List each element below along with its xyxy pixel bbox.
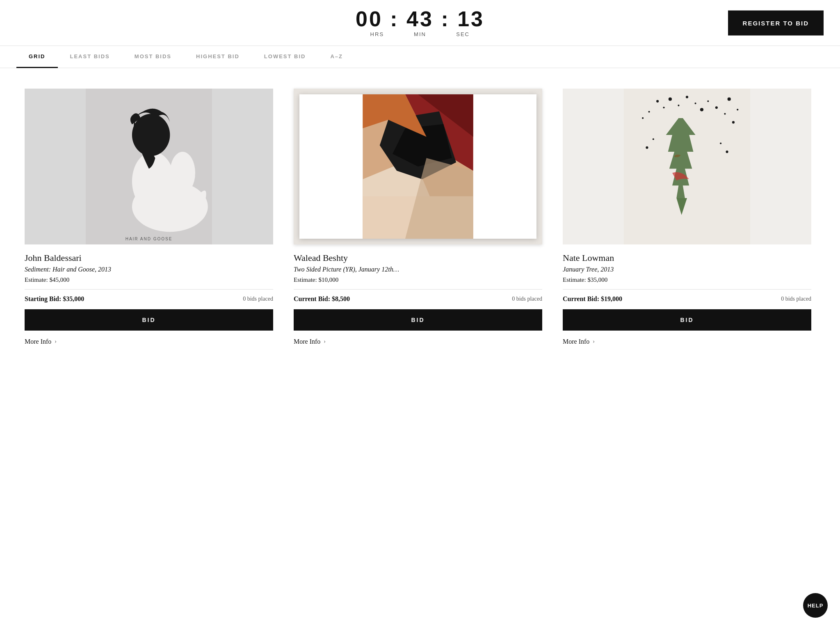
seconds-label: SEC <box>449 31 477 37</box>
tab-lowest-bid[interactable]: LOWEST BID <box>252 46 318 68</box>
bid-label-1: Current Bid: <box>294 295 330 302</box>
bid-row-0: Starting Bid: $35,000 0 bids placed <box>25 295 273 303</box>
bid-label-0: Starting Bid: <box>25 295 61 302</box>
more-info-1[interactable]: More Info › <box>294 338 542 345</box>
timer-minutes: 43 <box>406 7 434 31</box>
svg-point-15 <box>656 100 659 103</box>
page-header: 00 : 43 : 13 HRS MIN SEC REGISTER TO BID <box>0 0 840 46</box>
svg-point-21 <box>700 108 703 111</box>
artist-name-2: Nate Lowman <box>563 253 811 263</box>
svg-point-4 <box>132 114 170 156</box>
bids-placed-0: 0 bids placed <box>243 296 273 302</box>
tab-a-z[interactable]: A–Z <box>318 46 355 68</box>
bids-placed-2: 0 bids placed <box>781 296 811 302</box>
svg-point-17 <box>669 98 672 101</box>
svg-point-31 <box>646 146 648 149</box>
svg-point-33 <box>726 151 728 153</box>
svg-point-3 <box>170 152 195 194</box>
artwork-card-1: Walead Beshty Two Sided Picture (YR), Ja… <box>285 80 555 358</box>
artwork-image-0: HAIR AND GOOSE <box>25 89 273 244</box>
more-info-2[interactable]: More Info › <box>563 338 811 345</box>
register-to-bid-button[interactable]: REGISTER TO BID <box>728 10 824 35</box>
chevron-right-icon-0: › <box>55 338 57 345</box>
svg-point-29 <box>737 109 738 110</box>
tab-highest-bid[interactable]: HIGHEST BID <box>184 46 252 68</box>
svg-point-16 <box>663 107 664 108</box>
artwork-title-1: Two Sided Picture (YR), January 12th… <box>294 266 542 273</box>
timer-separator: : <box>390 7 406 31</box>
estimate-label-1: Estimate: <box>294 276 317 283</box>
artwork-grid: HAIR AND GOOSE John Baldessari Sediment:… <box>0 68 840 370</box>
tab-least-bids[interactable]: LEAST BIDS <box>58 46 122 68</box>
svg-point-19 <box>686 96 688 98</box>
estimate-2: Estimate: $35,000 <box>563 276 811 290</box>
artwork-label-0: HAIR AND GOOSE <box>25 237 273 241</box>
svg-point-23 <box>715 106 718 109</box>
sort-navigation: GRID LEAST BIDS MOST BIDS HIGHEST BID LO… <box>0 46 840 68</box>
artwork-card-0: HAIR AND GOOSE John Baldessari Sediment:… <box>16 80 285 358</box>
chevron-right-icon-2: › <box>593 338 595 345</box>
estimate-0: Estimate: $45,000 <box>25 276 273 290</box>
bid-row-1: Current Bid: $8,500 0 bids placed <box>294 295 542 303</box>
estimate-1: Estimate: $10,000 <box>294 276 542 290</box>
svg-point-18 <box>678 105 679 106</box>
svg-point-24 <box>648 111 650 112</box>
artwork-image-2 <box>563 89 811 244</box>
more-info-label-1: More Info <box>294 338 320 345</box>
bid-amount-1: Current Bid: $8,500 <box>294 295 350 303</box>
bid-button-2[interactable]: BID <box>563 309 811 331</box>
estimate-label-0: Estimate: <box>25 276 48 283</box>
countdown-timer: 00 : 43 : 13 HRS MIN SEC <box>356 8 484 37</box>
estimate-value-1: $10,000 <box>318 276 338 283</box>
bid-button-1[interactable]: BID <box>294 309 542 331</box>
artwork-title-2: January Tree, 2013 <box>563 266 811 273</box>
bids-placed-1: 0 bids placed <box>512 296 542 302</box>
bid-label-2: Current Bid: <box>563 295 599 302</box>
bid-value-2: $19,000 <box>601 295 622 302</box>
beshty-artwork <box>299 94 536 239</box>
minutes-label: MIN <box>406 31 434 37</box>
hours-label: HRS <box>363 31 391 37</box>
tab-most-bids[interactable]: MOST BIDS <box>122 46 184 68</box>
artist-name-0: John Baldessari <box>25 253 273 263</box>
more-info-label-2: More Info <box>563 338 589 345</box>
timer-hours: 00 <box>356 7 383 31</box>
more-info-0[interactable]: More Info › <box>25 338 273 345</box>
bid-row-2: Current Bid: $19,000 0 bids placed <box>563 295 811 303</box>
svg-point-25 <box>724 113 726 115</box>
estimate-label-2: Estimate: <box>563 276 586 283</box>
bid-value-1: $8,500 <box>332 295 350 302</box>
artwork-title-0: Sediment: Hair and Goose, 2013 <box>25 266 273 273</box>
svg-point-22 <box>707 100 709 102</box>
svg-point-28 <box>732 121 735 123</box>
artwork-image-1 <box>294 89 542 244</box>
svg-point-20 <box>694 103 696 104</box>
bid-value-0: $35,000 <box>63 295 84 302</box>
artwork-card-2: Nate Lowman January Tree, 2013 Estimate:… <box>555 80 824 358</box>
svg-point-27 <box>642 117 644 119</box>
svg-point-26 <box>728 98 731 101</box>
estimate-value-2: $35,000 <box>587 276 607 283</box>
chevron-right-icon-1: › <box>324 338 326 345</box>
timer-seconds: 13 <box>457 7 484 31</box>
timer-separator2: : <box>441 7 457 31</box>
bid-amount-2: Current Bid: $19,000 <box>563 295 622 303</box>
estimate-value-0: $45,000 <box>49 276 69 283</box>
timer-labels: HRS MIN SEC <box>356 31 484 37</box>
more-info-label-0: More Info <box>25 338 51 345</box>
lowman-artwork <box>563 89 811 244</box>
svg-point-30 <box>653 138 654 140</box>
tab-grid[interactable]: GRID <box>16 46 58 68</box>
svg-point-32 <box>720 142 721 144</box>
timer-display: 00 : 43 : 13 <box>356 8 484 30</box>
bid-amount-0: Starting Bid: $35,000 <box>25 295 84 303</box>
artist-name-1: Walead Beshty <box>294 253 542 263</box>
bid-button-0[interactable]: BID <box>25 309 273 331</box>
baldessari-artwork <box>25 89 273 244</box>
